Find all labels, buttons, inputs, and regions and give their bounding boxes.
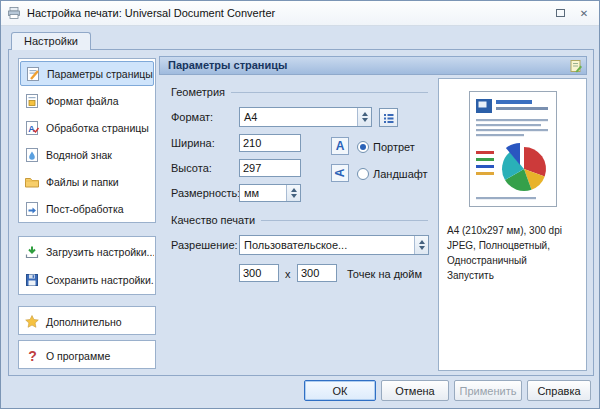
dpi-units-label: Точек на дюйм	[347, 264, 422, 284]
format-value: A4	[240, 111, 357, 123]
sidebar-item-page-parameters[interactable]: Параметры страницы	[20, 61, 154, 86]
page-edit-icon	[25, 66, 41, 82]
height-label: Высота:	[171, 158, 212, 178]
tab-settings[interactable]: Настройки	[11, 32, 91, 50]
dpi-y-input[interactable]	[297, 264, 337, 282]
window-title: Настройка печати: Universal Document Con…	[27, 7, 275, 19]
dialog-buttons: ОК Отмена Применить Справка	[304, 380, 591, 401]
height-input[interactable]	[239, 159, 301, 177]
spinner-icon[interactable]	[357, 108, 371, 126]
sidebar-item-label: Файлы и папки	[46, 176, 119, 188]
ok-button[interactable]: ОК	[304, 380, 376, 401]
letter-a-rotated: A	[333, 169, 347, 178]
watermark-icon	[24, 147, 40, 163]
dimension-label: Размерность:	[171, 183, 240, 203]
letter-a: A	[336, 139, 345, 153]
sidebar-settings-actions: Загрузить настройки... Сохранить настрой…	[18, 236, 156, 295]
about-item[interactable]: ? О программе	[20, 342, 154, 369]
post-processing-icon	[24, 201, 40, 217]
preview-info-line1: A4 (210x297 мм), 300 dpi	[447, 223, 578, 238]
sidebar-item-label: Параметры страницы	[47, 68, 153, 80]
document-preview-thumbnail	[469, 91, 557, 207]
sidebar-item-label: Формат файла	[46, 95, 119, 107]
cancel-button[interactable]: Отмена	[381, 380, 449, 401]
preview-info: A4 (210x297 мм), 300 dpi JPEG, Полноцвет…	[439, 209, 586, 283]
quality-group-title: Качество печати	[171, 214, 255, 226]
portrait-orientation-icon: A	[331, 137, 349, 155]
star-icon	[24, 314, 40, 330]
close-button[interactable]: ✕	[575, 5, 593, 21]
printer-icon	[7, 6, 21, 20]
sidebar-item-file-format[interactable]: Формат файла	[20, 87, 154, 114]
titlebar: Настройка печати: Universal Document Con…	[1, 1, 599, 26]
maximize-icon	[556, 9, 565, 17]
geometry-group-title: Геометрия	[171, 86, 225, 98]
preview-info-line3: Запустить	[447, 268, 578, 283]
preview-info-line2: JPEG, Полноцветный, Одностраничный	[447, 238, 578, 268]
portrait-label: Портрет	[373, 139, 415, 155]
dpi-separator: x	[285, 264, 291, 284]
spinner-icon[interactable]	[286, 185, 300, 201]
sidebar-item-label: О программе	[46, 350, 110, 362]
portrait-radio[interactable]	[357, 141, 369, 153]
sidebar-item-label: Обработка страницы	[46, 122, 149, 134]
sidebar-item-post-processing[interactable]: Пост-обработка	[20, 195, 154, 222]
svg-text:?: ?	[28, 348, 37, 364]
group-divider	[231, 92, 428, 93]
list-icon	[383, 112, 395, 124]
resolution-select[interactable]: Пользовательское...	[239, 235, 429, 255]
load-settings-item[interactable]: Загрузить настройки...	[20, 238, 154, 266]
advanced-item[interactable]: Дополнительно	[20, 308, 154, 335]
sidebar-item-label: Пост-обработка	[46, 203, 124, 215]
load-settings-icon	[24, 244, 40, 260]
resolution-label: Разрешение:	[171, 235, 238, 255]
geometry-group-header: Геометрия	[171, 86, 428, 98]
sidebar-advanced-box: Дополнительно	[18, 306, 156, 335]
format-list-button[interactable]	[379, 108, 398, 127]
notes-icon	[569, 59, 583, 73]
landscape-label: Ландшафт	[373, 166, 428, 182]
print-settings-window: Настройка печати: Universal Document Con…	[0, 0, 600, 409]
format-select[interactable]: A4	[239, 107, 372, 127]
question-icon: ?	[24, 348, 40, 364]
maximize-button[interactable]	[551, 5, 569, 21]
window-controls: ✕	[551, 5, 593, 21]
sidebar-item-page-processing[interactable]: A Обработка страницы	[20, 114, 154, 141]
settings-page: Параметры страницы Формат файла A Обрабо…	[8, 49, 594, 376]
save-settings-icon	[24, 272, 40, 288]
quality-group-header: Качество печати	[171, 214, 428, 226]
spinner-icon[interactable]	[414, 236, 428, 254]
sidebar-item-label: Водяной знак	[46, 149, 112, 161]
group-divider	[261, 220, 428, 221]
sidebar-item-label: Загрузить настройки...	[46, 246, 154, 258]
resolution-value: Пользовательское...	[240, 239, 414, 251]
close-icon: ✕	[580, 8, 588, 19]
sidebar-item-label: Сохранить настройки...	[46, 274, 154, 286]
apply-button[interactable]: Применить	[454, 380, 522, 401]
main-panel-header: Параметры страницы	[159, 56, 587, 75]
dimension-select[interactable]: мм	[239, 184, 301, 202]
width-input[interactable]	[239, 134, 301, 152]
landscape-radio[interactable]	[357, 168, 369, 180]
svg-text:A: A	[28, 123, 35, 133]
help-button[interactable]: Справка	[527, 380, 591, 401]
folder-icon	[24, 174, 40, 190]
sidebar-sections: Параметры страницы Формат файла A Обрабо…	[18, 58, 156, 223]
landscape-orientation-icon: A	[331, 164, 349, 182]
dpi-x-input[interactable]	[239, 264, 279, 282]
save-settings-item[interactable]: Сохранить настройки...	[20, 266, 154, 294]
preview-panel: A4 (210x297 мм), 300 dpi JPEG, Полноцвет…	[438, 78, 587, 371]
file-format-icon	[24, 93, 40, 109]
main-panel-title: Параметры страницы	[168, 59, 287, 71]
width-label: Ширина:	[171, 133, 215, 153]
dimension-value: мм	[240, 187, 286, 199]
sidebar-item-watermark[interactable]: Водяной знак	[20, 141, 154, 168]
sidebar-item-files-folders[interactable]: Файлы и папки	[20, 168, 154, 195]
sidebar-item-label: Дополнительно	[46, 316, 122, 328]
sidebar-about-box: ? О программе	[18, 340, 156, 369]
format-label: Формат:	[171, 107, 213, 127]
page-processing-icon: A	[24, 120, 40, 136]
